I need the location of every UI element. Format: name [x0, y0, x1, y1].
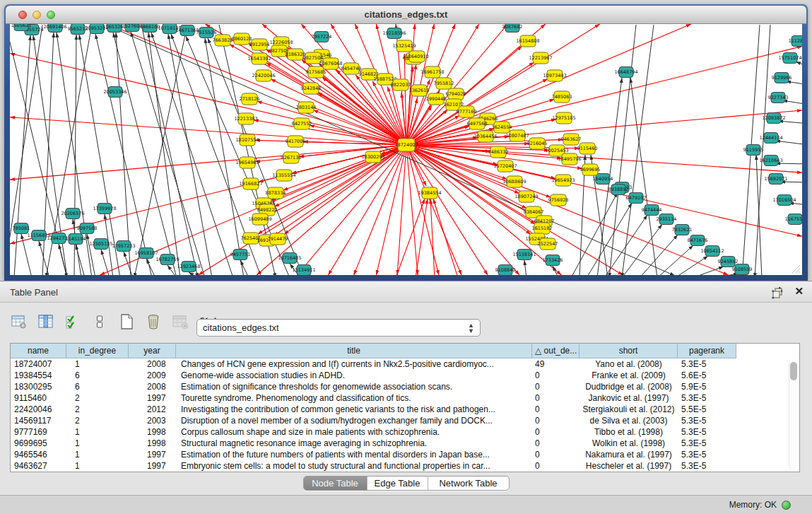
network-node[interactable]: 6216045 [527, 138, 548, 149]
network-node[interactable]: 18107554 [235, 134, 259, 146]
cell-in_degree[interactable]: 2 [66, 415, 129, 426]
cell-in_degree[interactable]: 6 [66, 381, 129, 392]
cell-short[interactable]: Franke et al. (2009) [579, 370, 678, 381]
network-table-selector[interactable]: citations_edges.txt ▲▼ [196, 319, 481, 337]
network-node[interactable]: 18907249 [514, 191, 538, 202]
column-header-title[interactable]: title [176, 344, 532, 358]
cell-title[interactable]: Estimation of the future numbers of pati… [176, 449, 532, 460]
network-node[interactable]: 12975185 [552, 112, 575, 124]
network-node[interactable]: 6497568 [467, 118, 488, 129]
network-node[interactable]: 12093872 [762, 113, 785, 124]
cell-short[interactable]: Hescheler et al. (1997) [579, 460, 678, 472]
cell-title[interactable]: Corpus callosum shape and size in male p… [176, 426, 532, 438]
cell-in_degree[interactable]: 2 [66, 404, 129, 415]
cell-name[interactable]: 9465546 [11, 449, 66, 460]
network-node[interactable]: 7914479 [268, 233, 288, 245]
network-node[interactable]: 12923468 [177, 262, 200, 272]
cell-year[interactable]: 1997 [129, 449, 176, 460]
network-node[interactable]: 8912954 [249, 39, 270, 50]
network-node[interactable]: 3624554 [492, 122, 512, 133]
network-node[interactable]: 7663822 [213, 35, 233, 46]
network-edge-black[interactable] [675, 256, 708, 275]
network-node[interactable]: 8938892 [608, 185, 629, 195]
network-node[interactable]: 19654923 [551, 175, 575, 186]
network-node[interactable]: 9108559 [732, 264, 753, 275]
cell-year[interactable]: 1997 [129, 392, 176, 404]
cell-name[interactable]: 19384554 [11, 370, 66, 381]
network-node[interactable]: 19218596 [382, 28, 406, 39]
column-header-pagerank[interactable]: pagerank [678, 344, 736, 358]
network-node[interactable]: 1615182 [532, 223, 553, 234]
network-node[interactable]: 7486332 [488, 146, 509, 158]
cell-short[interactable]: Tibbo et al. (1998) [579, 426, 678, 438]
network-node[interactable]: 20053346 [103, 87, 126, 98]
network-edge-black[interactable] [148, 33, 180, 275]
cell-title[interactable]: Tourette syndrome. Phenomenology and cla… [176, 392, 532, 404]
network-node[interactable]: 19654963 [235, 157, 259, 168]
resize-grip-icon[interactable] [789, 262, 801, 274]
network-node[interactable]: 9457751 [230, 250, 251, 260]
cell-short[interactable]: Nakamura et al. (1997) [579, 449, 678, 460]
table-row[interactable]: 946554611997Estimation of the future num… [11, 449, 799, 460]
cell-short[interactable]: Wolkin et al. (1998) [579, 438, 678, 449]
network-node[interactable]: 7515526 [196, 28, 217, 38]
column-header-in-degree[interactable]: in_degree [66, 344, 129, 358]
network-edge-black[interactable] [587, 203, 632, 275]
network-node[interactable]: 9699695 [580, 164, 601, 175]
cell-year[interactable]: 2009 [129, 370, 176, 381]
network-node[interactable]: 12213383 [234, 113, 257, 124]
network-edge-black[interactable] [168, 34, 212, 275]
cell-pagerank[interactable]: 5.3E-5 [678, 358, 736, 370]
network-node[interactable]: 16210643 [759, 156, 782, 166]
cell-short[interactable]: de Silva et al. (2003) [579, 415, 678, 426]
network-node[interactable]: 7957224 [312, 32, 332, 42]
network-node[interactable]: 8471676 [688, 235, 708, 246]
network-edge-black[interactable] [778, 121, 802, 124]
cell-year[interactable]: 1998 [129, 438, 176, 449]
column-header-short[interactable]: short [579, 344, 678, 358]
network-node[interactable]: 15325419 [392, 40, 416, 52]
cell-year[interactable]: 1997 [129, 460, 176, 472]
cell-title[interactable]: Embryonic stem cells: a model to study s… [176, 460, 532, 472]
cell-out_degree[interactable]: 0 [532, 426, 579, 438]
network-node[interactable]: 15751074 [778, 53, 801, 64]
network-node[interactable]: 9097588 [77, 223, 98, 234]
cell-in_degree[interactable]: 1 [66, 438, 129, 449]
network-node[interactable]: 6794028 [446, 88, 466, 100]
network-node[interactable]: 7485063 [552, 91, 572, 103]
network-node[interactable]: 16958107 [134, 248, 158, 259]
network-node[interactable]: 17359928 [93, 204, 116, 214]
cell-title[interactable]: Structural magnetic resonance image aver… [176, 438, 532, 449]
network-node[interactable]: 9777169 [457, 106, 477, 117]
network-node[interactable]: 2935114 [657, 214, 677, 225]
network-node[interactable]: 20206576 [61, 209, 84, 219]
network-node[interactable]: 19384554 [418, 187, 441, 199]
network-edge-black[interactable] [240, 260, 249, 275]
cell-year[interactable]: 2003 [129, 415, 176, 426]
table-row[interactable]: 1872400712008Changes of HCN gene express… [11, 358, 799, 370]
table-row[interactable]: 1830029562008Estimation of significance … [11, 381, 799, 392]
cell-title[interactable]: Changes of HCN gene expression and I(f) … [176, 358, 532, 370]
new-table-icon[interactable] [117, 313, 136, 331]
cell-out_degree[interactable]: 0 [532, 392, 579, 404]
network-edge-red[interactable] [298, 145, 406, 275]
cell-title[interactable]: Investigating the contribution of common… [176, 404, 532, 415]
show-columns-icon[interactable] [37, 313, 55, 331]
cell-pagerank[interactable]: 5.3E-5 [678, 438, 736, 449]
network-edge-black[interactable] [693, 267, 724, 275]
network-node[interactable]: 12213967 [529, 52, 552, 64]
cell-name[interactable]: 22420046 [11, 404, 66, 415]
float-panel-icon[interactable] [771, 286, 784, 299]
cell-title[interactable]: Genome-wide association studies in ADHD. [176, 370, 532, 381]
network-hub-node[interactable]: 18724007 [394, 139, 418, 151]
network-edge-black[interactable] [113, 33, 177, 275]
cell-name[interactable]: 18724007 [11, 358, 66, 370]
cell-pagerank[interactable]: 5.6E-5 [678, 370, 736, 381]
row-height-icon[interactable] [90, 313, 109, 331]
network-edge-black[interactable] [640, 235, 678, 275]
network-node[interactable]: 9175685 [306, 66, 326, 78]
network-node[interactable]: 9463627 [561, 134, 582, 145]
cell-out_degree[interactable]: 0 [532, 438, 579, 449]
network-node[interactable]: 9227343 [768, 93, 789, 103]
cell-pagerank[interactable]: 5.5E-5 [678, 404, 736, 415]
